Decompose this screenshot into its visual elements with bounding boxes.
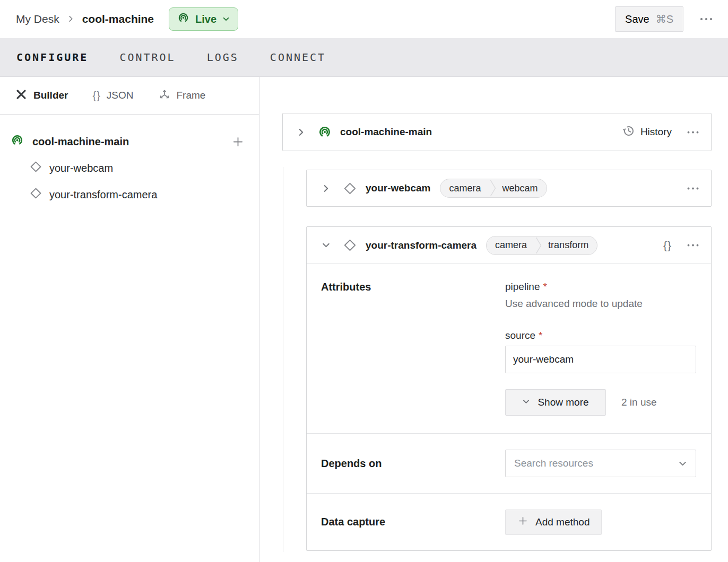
your-webcam-card: your-webcam camera webcam [306, 170, 712, 207]
card-overflow-menu-button[interactable] [687, 187, 699, 190]
history-button[interactable]: History [622, 125, 672, 140]
tree-connector-line [283, 167, 283, 552]
save-label: Save [625, 13, 649, 25]
card-overflow-menu-button[interactable] [687, 130, 699, 134]
live-broadcast-icon [177, 12, 189, 27]
component-diamond-icon [29, 160, 42, 176]
component-diamond-icon [343, 181, 357, 196]
chevron-down-icon [522, 397, 530, 408]
history-label: History [640, 126, 672, 138]
mode-tab-builder[interactable]: Builder [15, 88, 68, 103]
pipeline-field-label: pipeline* [505, 281, 696, 293]
config-main-panel: cool-machine-main History [259, 77, 728, 562]
resource-title: your-webcam [366, 182, 430, 194]
tree-item-your-transform-camera[interactable]: your-transform-camera [0, 181, 259, 208]
collapse-chevron-down-icon[interactable] [320, 241, 331, 250]
tree-item-your-webcam[interactable]: your-webcam [0, 155, 259, 181]
breadcrumb-chevron-icon [67, 13, 75, 25]
depends-on-select[interactable]: Search resources [505, 450, 696, 477]
tree-item-label: your-webcam [49, 162, 113, 174]
data-capture-heading: Data capture [321, 516, 505, 528]
add-resource-button[interactable] [232, 136, 244, 148]
tab-control[interactable]: CONTROL [119, 51, 175, 64]
machine-part-title: cool-machine-main [340, 126, 432, 138]
add-method-label: Add method [535, 516, 590, 528]
show-more-button[interactable]: Show more [505, 389, 606, 416]
tab-connect[interactable]: CONNECT [270, 51, 326, 64]
braces-icon: {} [92, 90, 100, 102]
attributes-usage-count: 2 in use [621, 397, 657, 408]
component-diamond-icon [29, 187, 42, 203]
expand-chevron-right-icon[interactable] [296, 128, 306, 137]
machine-name: cool-machine [82, 13, 154, 25]
live-label: Live [195, 13, 216, 25]
mode-tab-label: Builder [33, 90, 68, 101]
depends-on-section: Depends on Search resources [307, 433, 711, 493]
chevron-down-icon [678, 459, 687, 468]
badge-divider [490, 179, 496, 197]
component-diamond-icon [343, 238, 357, 252]
tab-configure[interactable]: CONFIGURE [16, 51, 88, 64]
chevron-down-icon [222, 13, 230, 25]
frame-axes-icon [158, 88, 171, 103]
machine-live-icon [318, 125, 332, 139]
mode-tab-json[interactable]: {} JSON [92, 90, 133, 102]
mode-tab-label: JSON [107, 90, 134, 101]
depends-on-placeholder: Search resources [514, 458, 593, 469]
tab-logs[interactable]: LOGS [207, 51, 239, 64]
machine-part-card: cool-machine-main History [282, 113, 712, 151]
breadcrumb: My Desk cool-machine [16, 13, 154, 25]
expand-chevron-right-icon[interactable] [320, 184, 331, 193]
badge-model: transform [542, 240, 597, 251]
show-more-label: Show more [538, 397, 588, 408]
editor-mode-tabs: Builder {} JSON Frame [0, 77, 259, 115]
data-capture-section: Data capture Add method [307, 493, 711, 550]
breadcrumb-parent-link[interactable]: My Desk [16, 13, 59, 25]
machine-live-icon [11, 134, 24, 150]
add-method-button[interactable]: Add method [505, 510, 602, 535]
mode-tab-frame[interactable]: Frame [158, 88, 206, 103]
card-overflow-menu-button[interactable] [687, 243, 699, 247]
header-overflow-menu-button[interactable] [699, 17, 713, 21]
required-asterisk: * [539, 330, 542, 341]
badge-type: camera [440, 183, 489, 194]
attributes-heading: Attributes [321, 281, 505, 416]
pipeline-field-note: Use advanced mode to update [505, 298, 696, 310]
advanced-json-toggle-button[interactable]: {} [663, 239, 672, 252]
resource-type-badge: camera transform [486, 236, 597, 255]
save-button[interactable]: Save ⌘S [615, 6, 683, 32]
nav-tabbar: CONFIGURE CONTROL LOGS CONNECT [0, 38, 728, 77]
resource-title: your-transform-camera [366, 240, 476, 251]
config-sidebar: Builder {} JSON Frame [0, 77, 259, 562]
live-status-dropdown[interactable]: Live [169, 7, 238, 31]
attributes-section: Attributes pipeline* Use advanced mode t… [307, 264, 711, 433]
tree-item-label: your-transform-camera [49, 189, 157, 201]
resource-tree: cool-machine-main your-webcam your-trans… [0, 115, 259, 208]
tree-item-label: cool-machine-main [32, 136, 129, 148]
required-asterisk: * [543, 281, 547, 292]
plus-icon [517, 515, 528, 529]
history-clock-icon [622, 125, 635, 140]
save-shortcut: ⌘S [656, 13, 673, 25]
resource-type-badge: camera webcam [440, 179, 547, 198]
depends-on-heading: Depends on [321, 458, 505, 470]
badge-model: webcam [496, 183, 547, 194]
badge-divider [535, 236, 542, 254]
source-field-label: source* [505, 330, 696, 341]
source-input[interactable] [505, 346, 696, 373]
badge-type: camera [487, 240, 535, 251]
your-transform-camera-card: your-transform-camera camera transform {… [306, 226, 712, 551]
tools-icon [15, 88, 28, 103]
mode-tab-label: Frame [177, 90, 206, 101]
transform-card-header: your-transform-camera camera transform {… [307, 227, 711, 264]
app-header: My Desk cool-machine Live Save ⌘S [0, 0, 728, 38]
tree-item-machine-part[interactable]: cool-machine-main [0, 128, 259, 155]
